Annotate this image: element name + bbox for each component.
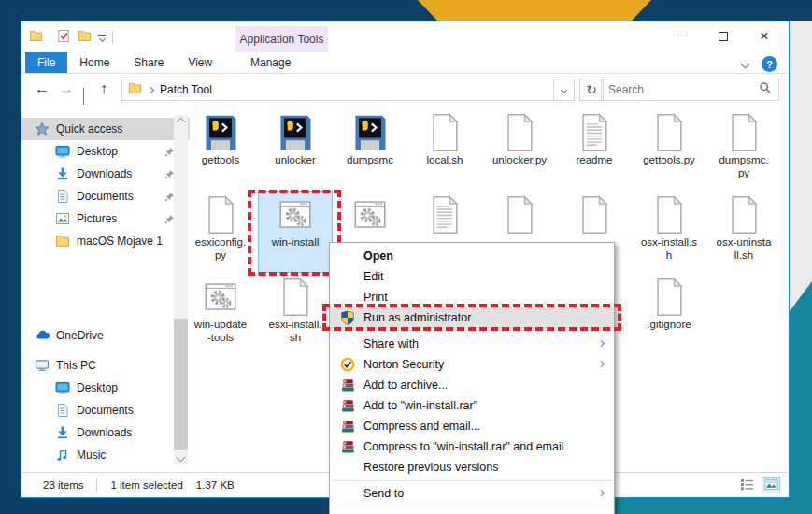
breadcrumb-path[interactable]: Patch Tool [160,83,212,96]
file-icon-wrap [633,192,705,236]
tab-file[interactable]: File [25,52,67,73]
doc-icon [723,194,764,236]
search-box[interactable] [601,79,779,101]
sidebar-item-quick-access[interactable]: Quick access [21,118,190,140]
recent-locations-chevron-icon[interactable] [83,88,84,105]
doc-icon [499,112,540,153]
menu-item-print[interactable]: Print [330,287,614,307]
file-icon-wrap [558,109,631,154]
menu-item-icon-slot [337,420,358,434]
menu-item-compress-to-win-install-rar-and-email[interactable]: Compress to "win-install.rar" and email [330,436,614,457]
file-label: gettools.py [633,154,705,167]
view-toggle-group [738,478,779,493]
menu-item-label: Add to archive... [363,378,448,392]
menu-item-send-to[interactable]: Send to [330,483,614,504]
help-icon[interactable]: ? [762,56,777,72]
file-gettools-py[interactable]: gettools.py [633,109,705,190]
tab-share[interactable]: Share [121,52,176,73]
file-icon-wrap [334,192,406,236]
folder-icon[interactable] [29,29,43,47]
back-button[interactable]: ← [35,79,50,98]
sidebar-item-onedrive[interactable]: OneDrive [21,324,190,347]
file-win-update-tools[interactable]: win-update-tools [184,274,257,354]
sidebar-item-music[interactable]: Music [21,444,190,466]
file-gitignore[interactable]: .gitignore [633,274,705,354]
doc-icon [723,112,764,153]
sidebar-item-macos-mojave-1[interactable]: macOS Mojave 1 [21,230,190,252]
tab-view[interactable]: View [176,52,224,73]
address-bar[interactable]: Patch Tool [121,79,554,101]
file-icon-wrap [408,192,481,236]
tab-home[interactable]: Home [67,52,121,73]
file-esxiconfig-py[interactable]: esxiconfig.py [184,192,257,272]
minimize-button[interactable] [662,22,703,50]
folder-icon[interactable] [78,29,92,47]
menu-item-label: Open [363,250,393,263]
details-view-button[interactable] [738,478,755,493]
menu-item-label: Add to "win-install.rar" [363,399,477,412]
file-unlocker[interactable]: unlocker [259,109,332,190]
file-dumpsmc[interactable]: dumpsmc [334,109,406,190]
menu-item-add-to-archive[interactable]: Add to archive... [330,375,614,395]
doc-icon [275,277,316,318]
menu-item-icon-slot [337,399,358,413]
sidebar-item-documents[interactable]: Documents [21,185,190,207]
file-readme[interactable]: readme [558,109,631,190]
menu-item-compress-and-email[interactable]: Compress and email... [330,416,614,436]
file-icon-wrap [184,109,257,154]
music-icon [55,448,70,463]
tab-manage[interactable]: Manage [224,52,317,73]
file-unlocker-py[interactable]: unlocker.py [483,109,556,190]
app-icon [349,194,391,236]
maximize-icon [719,32,728,41]
search-input[interactable] [608,83,759,96]
forward-button[interactable]: → [59,79,74,98]
navigation-bar: ← → ↑ Patch Tool ↻ [21,74,789,105]
file-local-sh[interactable]: local.sh [408,109,481,190]
file-dumpsmc-py[interactable]: dumpsmc.py [707,109,780,190]
doc-lines-icon [424,194,465,236]
menu-item-edit[interactable]: Edit [330,266,614,287]
file-gettools[interactable]: gettools [184,109,257,190]
sidebar-item-pictures[interactable]: Pictures [21,207,190,230]
menu-item-open[interactable]: Open [330,246,614,266]
menu-item-norton-security[interactable]: Norton Security [330,354,614,375]
menu-item-icon-slot [337,357,358,372]
toolbar-divider [112,31,113,44]
file-label: .gitignore [633,319,705,332]
sidebar-item-documents[interactable]: Documents [21,399,190,421]
file-icon-wrap [633,109,705,154]
file-osx-install-sh[interactable]: osx-install.sh [633,192,705,272]
sidebar-item-downloads[interactable]: Downloads [21,163,190,185]
close-button[interactable]: × [744,22,785,50]
sidebar-item-label: macOS Mojave 1 [77,235,163,248]
maximize-button[interactable] [703,22,744,50]
expand-ribbon-chevron-icon[interactable] [741,60,750,69]
file-osx-uninstall-sh[interactable]: osx-uninstall.sh [707,192,780,272]
installer-icon [200,112,241,153]
address-dropdown-button[interactable] [554,79,575,101]
up-button[interactable]: ↑ [100,79,107,98]
desktop-icon [55,144,70,159]
sidebar-item-downloads[interactable]: Downloads [21,421,190,444]
file-icon-wrap [408,109,481,154]
menu-item-run-as-administrator[interactable]: Run as administrator [330,307,614,328]
properties-check-icon[interactable] [57,29,71,47]
file-label: dumpsmc [334,154,406,167]
sidebar-item-desktop[interactable]: Desktop [21,377,190,399]
customize-toolbar-chevron-icon[interactable] [98,35,106,41]
file-esxi-install-sh[interactable]: esxi-install.sh [259,274,332,354]
menu-item-add-to-win-install-rar[interactable]: Add to "win-install.rar" [330,395,614,416]
sidebar-item-this-pc[interactable]: This PC [21,354,190,377]
menu-item-restore-previous-versions[interactable]: Restore previous versions [330,457,614,478]
ribbon-tabs: FileHomeShareViewManage [21,52,789,74]
window-controls: × [662,22,785,50]
sidebar-item-desktop[interactable]: Desktop [21,140,190,163]
sidebar-item-label: Downloads [77,426,132,439]
menu-item-share-with[interactable]: Share with [330,334,614,354]
installer-icon [275,112,316,153]
file-win-install[interactable]: win-install [259,192,332,272]
pictures-icon [55,211,70,226]
thumbnails-view-button[interactable] [762,478,779,493]
menu-item-label: Edit [363,270,384,283]
